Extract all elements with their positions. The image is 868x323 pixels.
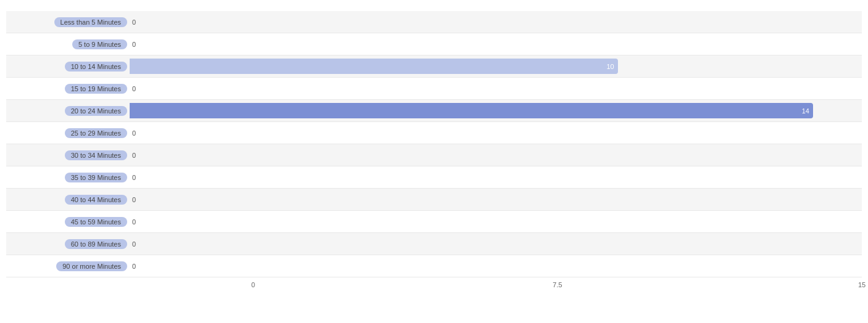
label-pill: 25 to 29 Minutes bbox=[65, 128, 127, 138]
bar-row: 5 to 9 Minutes0 bbox=[6, 33, 862, 55]
bar-track: 10 bbox=[130, 55, 862, 77]
bar-label: 45 to 59 Minutes bbox=[6, 217, 130, 227]
bar-value-zero: 0 bbox=[132, 41, 136, 48]
bar-row: 30 to 34 Minutes0 bbox=[6, 144, 862, 166]
x-tick: 15 bbox=[858, 281, 866, 288]
label-pill: 45 to 59 Minutes bbox=[65, 217, 127, 227]
label-pill: 60 to 89 Minutes bbox=[65, 239, 127, 249]
bar-track: 0 bbox=[130, 11, 862, 33]
bar-track: 0 bbox=[130, 211, 862, 232]
bar-label: Less than 5 Minutes bbox=[6, 17, 130, 27]
bar-row: 15 to 19 Minutes0 bbox=[6, 78, 862, 100]
bar-value: 10 bbox=[606, 63, 617, 70]
bar-track: 0 bbox=[130, 144, 862, 166]
bar-track: 0 bbox=[130, 33, 862, 55]
bar-value: 14 bbox=[802, 107, 813, 115]
bar-track: 0 bbox=[130, 233, 862, 255]
bar-label: 25 to 29 Minutes bbox=[6, 128, 130, 138]
bar-label: 90 or more Minutes bbox=[6, 261, 130, 271]
bar-track: 0 bbox=[130, 189, 862, 210]
bar-value-zero: 0 bbox=[132, 196, 136, 203]
bar-label: 10 to 14 Minutes bbox=[6, 62, 130, 72]
bar-value-zero: 0 bbox=[132, 129, 136, 137]
label-pill: 10 to 14 Minutes bbox=[65, 62, 127, 72]
x-tick: 7.5 bbox=[553, 281, 562, 288]
bar-value-zero: 0 bbox=[132, 85, 136, 92]
bar-value-zero: 0 bbox=[132, 218, 136, 226]
x-axis: 07.515 bbox=[253, 272, 862, 291]
bar-value-zero: 0 bbox=[132, 174, 136, 181]
bar-row: 45 to 59 Minutes0 bbox=[6, 211, 862, 233]
chart-area: Less than 5 Minutes05 to 9 Minutes010 to… bbox=[6, 11, 862, 272]
bar-value-zero: 0 bbox=[132, 240, 136, 248]
bar-row: 35 to 39 Minutes0 bbox=[6, 166, 862, 189]
bar-label: 40 to 44 Minutes bbox=[6, 195, 130, 205]
bar-row: 10 to 14 Minutes10 bbox=[6, 55, 862, 78]
label-pill: 40 to 44 Minutes bbox=[65, 195, 127, 205]
label-pill: 90 or more Minutes bbox=[56, 261, 127, 271]
bar-fill: 14 bbox=[130, 103, 813, 118]
label-pill: 30 to 34 Minutes bbox=[65, 150, 127, 160]
bar-row: 40 to 44 Minutes0 bbox=[6, 189, 862, 211]
label-pill: 20 to 24 Minutes bbox=[65, 106, 127, 116]
bar-label: 5 to 9 Minutes bbox=[6, 39, 130, 49]
bar-track: 0 bbox=[130, 166, 862, 188]
chart-container: Less than 5 Minutes05 to 9 Minutes010 to… bbox=[0, 0, 868, 323]
bar-row: 25 to 29 Minutes0 bbox=[6, 122, 862, 144]
bar-label: 15 to 19 Minutes bbox=[6, 84, 130, 94]
bar-track: 0 bbox=[130, 122, 862, 144]
bar-track: 0 bbox=[130, 78, 862, 99]
label-pill: 35 to 39 Minutes bbox=[65, 173, 127, 182]
bar-row: 60 to 89 Minutes0 bbox=[6, 233, 862, 255]
bar-value-zero: 0 bbox=[132, 263, 136, 270]
bar-row: 20 to 24 Minutes14 bbox=[6, 100, 862, 122]
bar-track: 14 bbox=[130, 100, 862, 121]
bar-label: 30 to 34 Minutes bbox=[6, 150, 130, 160]
bar-value-zero: 0 bbox=[132, 152, 136, 159]
bar-value-zero: 0 bbox=[132, 18, 136, 26]
bar-label: 60 to 89 Minutes bbox=[6, 239, 130, 249]
label-pill: 15 to 19 Minutes bbox=[65, 84, 127, 94]
bar-label: 35 to 39 Minutes bbox=[6, 173, 130, 182]
bar-fill: 10 bbox=[130, 59, 618, 74]
label-pill: Less than 5 Minutes bbox=[54, 17, 127, 27]
bar-label: 20 to 24 Minutes bbox=[6, 106, 130, 116]
label-pill: 5 to 9 Minutes bbox=[72, 39, 127, 49]
bar-row: Less than 5 Minutes0 bbox=[6, 11, 862, 33]
x-tick: 0 bbox=[251, 281, 255, 288]
